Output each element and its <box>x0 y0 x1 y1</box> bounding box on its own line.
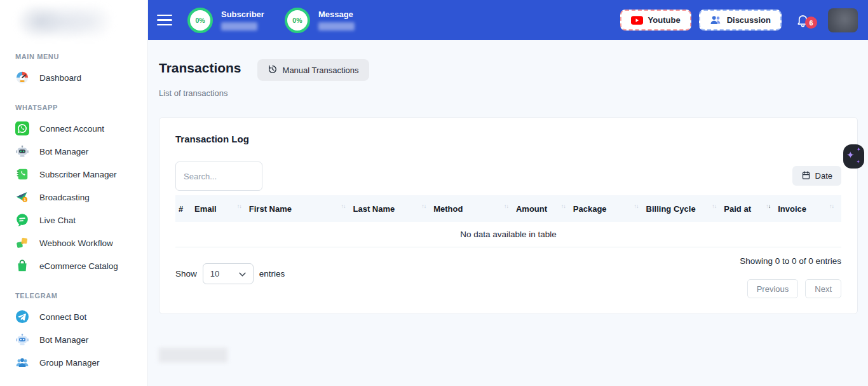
column-label: Package <box>573 204 607 214</box>
showing-entries-text: Showing 0 to 0 of 0 entries <box>740 256 841 266</box>
column-header-amount[interactable]: Amount↑↓ <box>516 204 573 214</box>
column-label: Method <box>433 204 463 214</box>
sidebar-item-group-manager[interactable]: Group Manager <box>15 351 140 374</box>
sidebar-item-label: Bot Manager <box>39 335 88 345</box>
sidebar-item-label: Bot Manager <box>39 147 88 156</box>
sort-icon: ↑↓ <box>712 203 716 209</box>
column-header-method[interactable]: Method↑↓ <box>433 204 516 214</box>
column-label: Last Name <box>353 204 395 214</box>
sidebar-item-label: Dashboard <box>39 73 81 83</box>
sidebar: MAIN MENUDashboardWHATSAPPConnect Accoun… <box>0 0 148 386</box>
youtube-button[interactable]: Youtube <box>620 10 691 31</box>
sidebar-item-subscriber-manager[interactable]: Subscriber Manager <box>15 163 140 186</box>
manual-transactions-button[interactable]: Manual Transactions <box>257 59 369 81</box>
column-header--: # <box>175 204 194 214</box>
column-header-paid-at[interactable]: Paid at↑↓ <box>724 204 778 214</box>
discussion-button-label: Discussion <box>727 15 771 25</box>
sidebar-section-label: TELEGRAM <box>15 292 140 300</box>
date-filter-button[interactable]: Date <box>792 166 841 186</box>
column-label: Paid at <box>724 204 751 214</box>
message-percent: 0% <box>292 17 302 24</box>
sparkle-icon: ✦ <box>856 147 861 153</box>
page-size-select[interactable]: 10 <box>203 263 254 284</box>
group-icon <box>15 355 29 369</box>
discussion-button[interactable]: Discussion <box>699 10 782 31</box>
sort-icon: ↑↓ <box>237 203 241 209</box>
column-header-first-name[interactable]: First Name↑↓ <box>249 204 353 214</box>
column-label: Amount <box>516 204 547 214</box>
show-label: Show <box>175 269 197 279</box>
sidebar-nav: MAIN MENUDashboardWHATSAPPConnect Accoun… <box>15 53 140 374</box>
subscriber-label: Subscriber <box>221 10 264 19</box>
card-title: Transaction Log <box>175 134 841 144</box>
next-page-button[interactable]: Next <box>805 279 841 298</box>
column-label: # <box>179 204 183 214</box>
sidebar-item-broadcasting[interactable]: 1Broadcasting <box>15 186 140 209</box>
sidebar-section-label: WHATSAPP <box>15 104 140 111</box>
sidebar-item-label: Subscriber Manager <box>39 170 117 179</box>
subscriber-percent: 0% <box>195 17 205 24</box>
sidebar-item-label: Broadcasting <box>39 193 90 202</box>
sidebar-item-bot-manager[interactable]: Bot Manager <box>15 328 140 351</box>
sidebar-item-label: eCommerce Catalog <box>39 261 118 271</box>
sidebar-item-label: Live Chat <box>39 216 76 225</box>
column-label: Email <box>194 204 217 214</box>
robot-icon <box>15 144 29 158</box>
page-size-value: 10 <box>210 269 219 279</box>
column-header-billing-cycle[interactable]: Billing Cycle↑↓ <box>646 204 724 214</box>
sidebar-item-bot-manager[interactable]: Bot Manager <box>15 140 140 163</box>
page-subtitle: List of transactions <box>159 88 858 98</box>
sort-icon: ↑↓ <box>634 203 639 209</box>
app-window: MAIN MENUDashboardWHATSAPPConnect Accoun… <box>0 0 868 386</box>
discussion-users-icon <box>710 15 722 25</box>
column-label: Billing Cycle <box>646 204 696 214</box>
subscriber-stat: 0% Subscriber <box>187 8 264 33</box>
contacts-icon <box>15 167 29 181</box>
message-value-blurred <box>318 22 355 31</box>
whatsapp-icon <box>15 121 29 135</box>
main-content: Transactions Manual Transactions List of… <box>148 40 868 386</box>
user-avatar[interactable] <box>828 8 858 32</box>
page-title: Transactions <box>159 60 241 76</box>
column-header-invoice[interactable]: Invoice↑↓ <box>778 204 841 214</box>
chat-icon <box>15 213 29 227</box>
ai-assistant-button[interactable]: ✦ ✦ ✦ <box>843 144 864 169</box>
telegram-icon <box>15 310 29 324</box>
sort-icon: ↑↓ <box>421 203 426 209</box>
column-header-email[interactable]: Email↑↓ <box>194 204 249 214</box>
top-bar: 0% Subscriber 0% Message <box>148 0 868 40</box>
dashboard-icon <box>15 71 29 85</box>
sidebar-item-label: Connect Account <box>39 124 104 134</box>
youtube-icon <box>631 16 643 25</box>
sidebar-item-label: Group Manager <box>39 358 100 368</box>
column-header-package[interactable]: Package↑↓ <box>573 204 646 214</box>
sidebar-item-connect-bot[interactable]: Connect Bot <box>15 305 140 328</box>
sparkle-icon: ✦ <box>856 160 860 165</box>
history-icon <box>268 64 278 76</box>
entries-label: entries <box>259 269 285 279</box>
sidebar-item-ecommerce-catalog[interactable]: eCommerce Catalog <box>15 254 140 277</box>
column-header-last-name[interactable]: Last Name↑↓ <box>353 204 433 214</box>
sort-icon: ↑↓ <box>341 203 345 209</box>
sidebar-item-connect-account[interactable]: Connect Account <box>15 117 140 140</box>
message-label: Message <box>318 10 355 19</box>
sort-icon: ↑↓ <box>561 203 566 209</box>
puzzle-icon <box>15 236 29 250</box>
subscriber-value-blurred <box>221 22 257 31</box>
sidebar-item-webhook-workflow[interactable]: Webhook Workflow <box>15 231 140 254</box>
chevron-down-icon <box>239 269 246 279</box>
sidebar-item-label: Webhook Workflow <box>39 238 113 248</box>
subscriber-progress-ring: 0% <box>187 8 213 33</box>
sidebar-section-label: MAIN MENU <box>15 53 140 60</box>
column-label: Invoice <box>778 204 806 214</box>
robot-blue-icon <box>15 333 29 347</box>
sidebar-item-live-chat[interactable]: Live Chat <box>15 209 140 231</box>
footer-text-blurred <box>159 348 227 362</box>
previous-page-button[interactable]: Previous <box>747 279 799 298</box>
notifications-button[interactable]: 6 <box>796 13 810 27</box>
table-header-row: #Email↑↓First Name↑↓Last Name↑↓Method↑↓A… <box>175 195 841 222</box>
sidebar-item-dashboard[interactable]: Dashboard <box>15 66 140 89</box>
hamburger-menu-icon[interactable] <box>157 15 172 26</box>
search-input[interactable] <box>175 162 262 191</box>
column-label: First Name <box>249 204 292 214</box>
